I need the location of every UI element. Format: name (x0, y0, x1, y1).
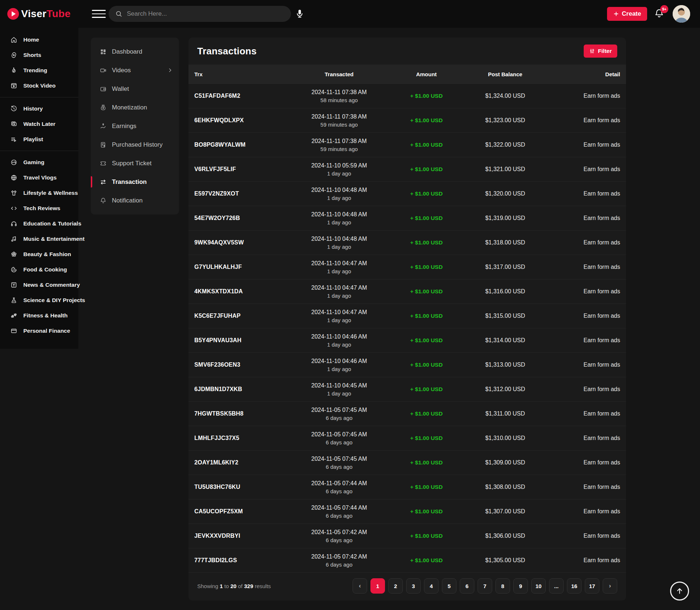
submenu-item-support-ticket[interactable]: Support Ticket (91, 154, 179, 173)
submenu-item-purchased-history[interactable]: Purchased History (91, 135, 179, 154)
sidebar-item-tech-reviews[interactable]: Tech Reviews (0, 201, 78, 216)
table-row: BO8PG8WYALWM2024-11-11 07:38 AM59 minute… (188, 132, 626, 157)
filter-button[interactable]: Filter (584, 45, 617, 58)
news-icon (10, 281, 18, 289)
pagination-page-6[interactable]: 6 (460, 578, 474, 594)
post-balance-value: $1,309.00 USD (485, 459, 525, 466)
transacted-relative-time: 6 days ago (288, 561, 390, 569)
detail-value: Earn form ads (583, 142, 620, 148)
dumbbell-icon (10, 312, 18, 319)
trx-id: G7YULHKALHJF (194, 264, 242, 270)
pagination-ellipsis[interactable]: ... (549, 578, 564, 594)
sidebar-item-watch-later[interactable]: Watch Later (0, 116, 78, 132)
purchased-icon (100, 141, 107, 148)
microphone-icon[interactable] (295, 8, 305, 19)
pagination-page-16[interactable]: 16 (567, 578, 582, 594)
trx-id: C51FAFDAF6M2 (194, 93, 240, 99)
transacted-relative-time: 1 day ago (288, 219, 390, 227)
submenu-item-earnings[interactable]: Earnings (91, 117, 179, 135)
sidebar-item-stock-video[interactable]: Stock Video (0, 78, 78, 93)
table-row: C51FAFDAF6M22024-11-11 07:38 AM58 minute… (188, 84, 626, 108)
notification-count-badge: 9+ (660, 5, 668, 13)
sidebar-item-beauty-fashion[interactable]: Beauty & Fashion (0, 247, 78, 262)
sidebar-item-education-tutorials[interactable]: Education & Tutorials (0, 216, 78, 231)
submenu-item-monetization[interactable]: Monetization (91, 98, 179, 117)
sidebar-item-history[interactable]: History (0, 101, 78, 116)
pagination-page-10[interactable]: 10 (531, 578, 546, 594)
sidebar-item-label: Education & Tutorials (23, 220, 81, 227)
detail-value: Earn form ads (583, 533, 620, 539)
sidebar-item-news-commentary[interactable]: News & Commentary (0, 277, 78, 293)
amount-value: + $1.00 USD (410, 337, 443, 343)
pagination-page-17[interactable]: 17 (585, 578, 599, 594)
page-title: Transactions (197, 46, 257, 57)
submenu-item-wallet[interactable]: Wallet (91, 80, 179, 98)
sidebar-item-personal-finance[interactable]: Personal Finance (0, 323, 78, 339)
flask-icon (10, 297, 18, 304)
sidebar-item-trending[interactable]: Trending (0, 63, 78, 78)
sidebar-item-label: Food & Cooking (23, 266, 67, 273)
sidebar-item-home[interactable]: Home (0, 32, 78, 47)
sidebar-item-playlist[interactable]: Playlist (0, 132, 78, 147)
pagination-prev-button[interactable]: ‹ (353, 578, 367, 594)
sidebar-item-lifestyle-wellness[interactable]: Lifestyle & Wellness (0, 185, 78, 201)
submenu-item-dashboard[interactable]: Dashboard (91, 42, 179, 61)
trx-id: B5Y4PNVAU3AH (194, 337, 241, 343)
amount-value: + $1.00 USD (410, 410, 443, 417)
table-body: C51FAFDAF6M22024-11-11 07:38 AM58 minute… (188, 84, 626, 572)
submenu-item-videos[interactable]: Videos (91, 61, 179, 80)
detail-value: Earn form ads (583, 288, 620, 294)
submenu-item-transaction[interactable]: Transaction (91, 173, 179, 191)
pagination-page-1[interactable]: 1 (370, 578, 385, 594)
transacted-relative-time: 1 day ago (288, 390, 390, 398)
transacted-relative-time: 1 day ago (288, 170, 390, 178)
sidebar-item-music-entertainment[interactable]: Music & Entertainment (0, 231, 78, 247)
amount-value: + $1.00 USD (410, 459, 443, 466)
sidebar-item-label: Playlist (23, 136, 43, 143)
pagination-page-3[interactable]: 3 (406, 578, 421, 594)
detail-value: Earn form ads (583, 459, 620, 466)
post-balance-value: $1,324.00 USD (485, 93, 525, 99)
detail-value: Earn form ads (583, 166, 620, 172)
amount-value: + $1.00 USD (410, 142, 443, 148)
submenu-item-label: Earnings (112, 123, 136, 130)
sidebar-item-label: Gaming (23, 159, 44, 166)
sidebar-item-travel-vlogs[interactable]: Travel Vlogs (0, 170, 78, 185)
pagination-page-2[interactable]: 2 (388, 578, 403, 594)
scroll-to-top-button[interactable] (670, 582, 689, 601)
create-button[interactable]: Create (607, 7, 647, 21)
post-balance-value: $1,321.00 USD (485, 166, 525, 172)
trx-id: 777TJBDI2LGS (194, 557, 237, 563)
transacted-date: 2024-11-05 07:44 AM (288, 503, 390, 512)
transacted-date: 2024-11-10 04:47 AM (288, 259, 390, 267)
table-row: CA5UCOPFZ5XM2024-11-05 07:44 AM6 days ag… (188, 499, 626, 524)
column-header-transacted: Transacted (288, 71, 390, 77)
sidebar-item-fitness-health[interactable]: Fitness & Health (0, 308, 78, 323)
sidebar-item-label: Fitness & Health (23, 312, 67, 319)
transacted-relative-time: 6 days ago (288, 463, 390, 471)
sidebar-item-science-diy-projects[interactable]: Science & DIY Projects (0, 293, 78, 308)
sidebar-item-food-cooking[interactable]: Food & Cooking (0, 262, 78, 277)
sidebar-item-shorts[interactable]: Shorts (0, 47, 78, 63)
pagination-page-4[interactable]: 4 (424, 578, 439, 594)
pagination-next-button[interactable]: › (603, 578, 617, 594)
submenu-item-notification[interactable]: Notification (91, 191, 179, 210)
account-submenu: DashboardVideosWalletMonetizationEarning… (91, 38, 179, 215)
playlist-icon (10, 136, 18, 143)
table-row: 54E7W2OY726B2024-11-10 04:48 AM1 day ago… (188, 206, 626, 230)
transacted-relative-time: 1 day ago (288, 267, 390, 275)
brand-logo[interactable]: ViserTube (7, 0, 71, 28)
user-avatar[interactable] (673, 5, 690, 23)
menu-toggle-button[interactable] (92, 8, 106, 20)
pagination-page-7[interactable]: 7 (478, 578, 492, 594)
search-input[interactable] (127, 10, 284, 18)
pagination-page-5[interactable]: 5 (442, 578, 456, 594)
sidebar-item-gaming[interactable]: Gaming (0, 155, 78, 170)
trx-id: CA5UCOPFZ5XM (194, 508, 243, 514)
submenu-item-label: Support Ticket (112, 160, 152, 167)
notifications-button[interactable]: 9+ (654, 8, 666, 20)
pagination-page-9[interactable]: 9 (513, 578, 528, 594)
trx-id: E597V2NZ9XOT (194, 190, 239, 197)
table-row: V6RLVFJF5LIF2024-11-10 05:59 AM1 day ago… (188, 157, 626, 181)
pagination-page-8[interactable]: 8 (495, 578, 510, 594)
